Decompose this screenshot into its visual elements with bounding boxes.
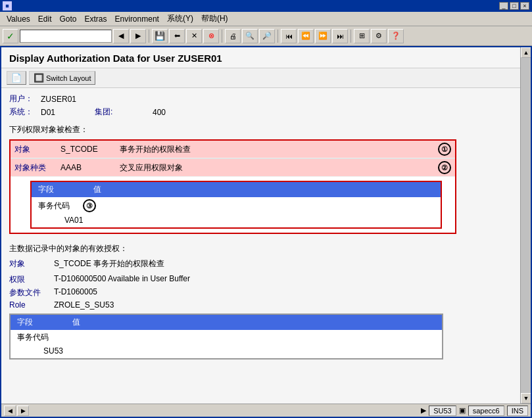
obj-desc-2: 交叉应用权限对象	[120, 162, 434, 174]
auth-param-value: T-D1060005	[54, 287, 97, 296]
status-left: ◀ ▶	[4, 406, 29, 416]
page-title: Display Authorization Data for User ZUSE…	[1, 47, 531, 68]
app-icon: ■	[3, 1, 12, 11]
auth-role-row: Role ZROLE_S_SU53	[9, 300, 518, 310]
checkmark-button[interactable]: ✓	[3, 29, 18, 43]
auth-role-label: Role	[9, 300, 49, 310]
auth-auth-value: T-D106000500 Available in User Buffer	[54, 274, 190, 283]
nav-next-button[interactable]: ▶	[130, 29, 146, 43]
exit-button[interactable]: ✕	[186, 29, 202, 43]
auth-role-value: ZROLE_S_SU53	[54, 300, 114, 310]
cancel-button[interactable]: ⊗	[203, 29, 219, 43]
status-nav-right[interactable]: ▶	[17, 406, 29, 416]
scroll-up-button[interactable]: ▲	[521, 47, 531, 58]
inner-value-1: VA01	[64, 216, 83, 225]
find-next-button[interactable]: 🔎	[259, 29, 275, 43]
menu-bar: Values Edit Goto Extras Environment 系统(Y…	[0, 12, 532, 26]
inner-header-col2: 值	[93, 184, 101, 195]
inner-table-1-row: 事务代码 ③	[32, 197, 441, 214]
help-button[interactable]: ❓	[388, 29, 404, 43]
menu-values[interactable]: Values	[3, 13, 34, 25]
content-body: 用户： ZUSER01 系统： D01 集团: 400 下列权限对象被检查： 对…	[1, 88, 531, 411]
menu-system[interactable]: 系统(Y)	[163, 12, 197, 26]
separator-3	[278, 30, 278, 43]
main-frame: Display Authorization Data for User ZUSE…	[0, 46, 532, 418]
inner-table-2: 字段 值 事务代码 SU53	[9, 314, 443, 360]
vertical-scrollbar: ▲ ▼	[520, 47, 531, 404]
status-server: sapecc6	[468, 406, 504, 416]
save-button[interactable]: 💾	[152, 29, 168, 43]
status-right: ▶ SU53 ▣ sapecc6 INS	[421, 406, 528, 416]
system-value: D01	[41, 108, 55, 117]
menu-environment[interactable]: Environment	[111, 13, 163, 25]
switch-layout-icon: 🔲	[34, 73, 44, 83]
nav-prev-button[interactable]: ◀	[113, 29, 129, 43]
check-section-heading: 下列权限对象被检查：	[9, 124, 518, 135]
switch-layout-label: Switch Layout	[46, 74, 91, 82]
find-button[interactable]: 🔍	[242, 29, 258, 43]
status-system: SU53	[429, 406, 456, 416]
action-toolbar: 📄 🔲 Switch Layout	[1, 68, 531, 88]
print-button[interactable]: 🖨	[225, 29, 241, 43]
inner-table-2-value: SU53	[11, 345, 442, 358]
annotation-3: ③	[83, 199, 96, 212]
inner-table-1-header: 字段 值	[32, 182, 441, 197]
title-bar-buttons: _ □ ×	[499, 2, 529, 10]
prev-button[interactable]: ⏪	[298, 29, 314, 43]
close-button[interactable]: ×	[520, 2, 529, 10]
inner-table-2-row: 事务代码	[11, 330, 442, 345]
status-nav-left[interactable]: ◀	[4, 406, 16, 416]
settings-button[interactable]: ⚙	[371, 29, 387, 43]
inner2-value-1: SU53	[43, 346, 63, 356]
auth-auth-row: 权限 T-D106000500 Available in User Buffer	[9, 274, 518, 285]
separator-4	[351, 30, 351, 43]
inner-table-2-header: 字段 值	[11, 315, 442, 330]
system-info-row: 系统： D01 集团: 400	[9, 106, 518, 118]
check-objects-box: 对象 S_TCODE 事务开始的权限检查 ① 对象种类 AAAB 交叉应用权限对…	[9, 139, 456, 234]
auth-object-label: 对象	[9, 258, 49, 269]
menu-extras[interactable]: Extras	[81, 13, 111, 25]
command-input[interactable]	[20, 30, 112, 43]
switch-layout-button[interactable]: 🔲 Switch Layout	[29, 71, 95, 85]
auth-param-row: 参数文件 T-D1060005	[9, 287, 518, 298]
toolbar: ✓ ◀ ▶ 💾 ⬅ ✕ ⊗ 🖨 🔍 🔎 ⏮ ⏪ ⏩ ⏭ ⊞ ⚙ ❓	[0, 26, 532, 46]
menu-edit[interactable]: Edit	[34, 13, 56, 25]
back-button[interactable]: ⬅	[169, 29, 185, 43]
user-value: ZUSER01	[41, 95, 76, 104]
inner-field-1: 事务代码	[38, 200, 70, 212]
minimize-button[interactable]: _	[499, 2, 508, 10]
group-value: 400	[153, 108, 166, 117]
inner2-field-1: 事务代码	[17, 333, 49, 342]
separator-1	[149, 30, 149, 43]
menu-help[interactable]: 帮助(H)	[197, 12, 232, 26]
inner-table-1-value: VA01	[32, 214, 441, 227]
obj-label-1: 对象	[14, 144, 54, 155]
annotation-1: ①	[438, 143, 451, 156]
status-bar: ◀ ▶ ▶ SU53 ▣ sapecc6 INS	[1, 404, 531, 417]
layout-button[interactable]: ⊞	[354, 29, 370, 43]
next-button[interactable]: ⏩	[315, 29, 331, 43]
title-bar: ■ _ □ ×	[0, 0, 532, 12]
last-button[interactable]: ⏭	[332, 29, 348, 43]
status-arrow: ▶	[421, 406, 426, 415]
inner-header-col1: 字段	[38, 184, 54, 195]
obj-label-2: 对象种类	[14, 162, 54, 174]
separator-2	[222, 30, 222, 43]
layout-icon-btn: 📄	[7, 71, 26, 85]
scroll-track[interactable]	[521, 58, 531, 393]
group-label: 集团:	[95, 106, 121, 118]
layout-icon-1: 📄	[11, 73, 22, 83]
inner-table-1: 字段 值 事务代码 ③ VA01	[30, 181, 442, 229]
restore-button[interactable]: □	[510, 2, 519, 10]
check-row-2: 对象种类 AAAB 交叉应用权限对象 ②	[11, 158, 455, 177]
first-button[interactable]: ⏮	[281, 29, 297, 43]
obj-value-2: AAAB	[60, 163, 120, 172]
user-info-row: 用户： ZUSER01	[9, 93, 518, 104]
scroll-down-button[interactable]: ▼	[521, 393, 531, 404]
status-separator: ▣	[459, 406, 466, 415]
menu-goto[interactable]: Goto	[56, 13, 81, 25]
inner2-header-col2: 值	[72, 317, 80, 328]
auth-section-heading: 主数据记录中的对象的有效授权：	[9, 243, 518, 254]
auth-object-value: S_TCODE 事务开始的权限检查	[54, 258, 164, 269]
status-mode: INS	[507, 406, 528, 416]
